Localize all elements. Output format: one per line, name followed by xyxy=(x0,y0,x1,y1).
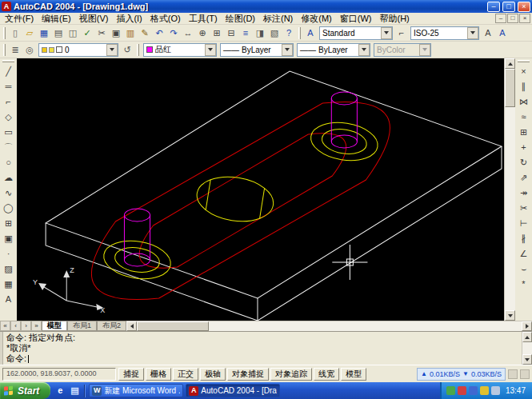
scroll-up-icon[interactable] xyxy=(505,58,515,69)
menu-view[interactable]: 视图(V) xyxy=(75,13,113,25)
dim-style-manager-icon[interactable]: A xyxy=(495,26,510,40)
tray-icon-2[interactable] xyxy=(458,384,466,398)
chevron-down-icon[interactable] xyxy=(358,44,370,56)
zoom-window-icon[interactable]: ⊞ xyxy=(210,26,224,40)
polygon-icon[interactable]: ◇ xyxy=(1,110,16,125)
tab-layout2[interactable]: 布局2 xyxy=(97,321,126,331)
cut-icon[interactable]: ✂ xyxy=(94,26,109,40)
mdi-close-button[interactable]: × xyxy=(519,14,530,23)
tab-nav-next-icon[interactable]: › xyxy=(21,321,31,331)
ortho-toggle[interactable]: 正交 xyxy=(173,368,198,381)
vertical-scrollbar-track[interactable] xyxy=(505,107,515,310)
rotate-icon[interactable]: ↻ xyxy=(516,155,531,170)
text-style-icon[interactable]: A xyxy=(303,26,318,40)
vertical-scrollbar-thumb[interactable] xyxy=(505,69,515,107)
spline-icon[interactable]: ∿ xyxy=(1,186,16,201)
close-button[interactable]: × xyxy=(518,2,530,12)
mirror-icon[interactable]: ⋈ xyxy=(516,94,531,110)
tray-icon-5[interactable] xyxy=(491,384,500,398)
tab-nav-last-icon[interactable]: » xyxy=(31,321,42,331)
offset-icon[interactable]: ≈ xyxy=(516,110,531,125)
lineweight-toggle[interactable]: 线宽 xyxy=(314,368,339,381)
tab-nav-prev-icon[interactable]: ‹ xyxy=(10,321,21,331)
arc-icon[interactable]: ⌒ xyxy=(1,140,16,155)
mtext-icon[interactable]: A xyxy=(1,292,16,307)
toolbar-grip[interactable] xyxy=(137,44,139,56)
array-icon[interactable]: ⊞ xyxy=(516,125,531,140)
quicklaunch-ie-icon[interactable]: e xyxy=(54,385,66,397)
toolbar-grip[interactable] xyxy=(298,27,301,39)
lineweight-dropdown[interactable]: —— ByLayer xyxy=(297,43,370,57)
plot-preview-icon[interactable]: ◫ xyxy=(66,26,80,40)
undo-icon[interactable]: ↶ xyxy=(152,26,166,40)
dim-style-dropdown[interactable]: ISO-25 xyxy=(410,26,479,40)
circle-icon[interactable]: ○ xyxy=(1,155,16,170)
menu-tools[interactable]: 工具(T) xyxy=(185,13,222,25)
zoom-previous-icon[interactable]: ⊟ xyxy=(224,26,238,40)
grid-toggle[interactable]: 栅格 xyxy=(146,368,171,381)
toolbar-grip[interactable] xyxy=(518,60,530,62)
taskbar-task-autocad[interactable]: AAutoCAD 2004 - [Dra... xyxy=(186,384,280,397)
construction-line-icon[interactable]: ═ xyxy=(1,79,16,94)
mdi-restore-button[interactable]: □ xyxy=(507,14,518,23)
minimize-button[interactable]: – xyxy=(487,2,500,12)
scroll-up-icon[interactable] xyxy=(522,332,532,342)
scroll-right-icon[interactable] xyxy=(522,321,532,331)
chevron-down-icon[interactable] xyxy=(282,44,293,56)
chevron-down-icon[interactable] xyxy=(205,44,216,56)
status-tray-icon[interactable] xyxy=(520,369,530,379)
tab-nav-first-icon[interactable]: « xyxy=(0,321,10,331)
menu-edit[interactable]: 编辑(E) xyxy=(38,13,75,25)
scroll-left-icon[interactable] xyxy=(126,321,137,331)
move-icon[interactable]: + xyxy=(516,140,531,155)
chevron-down-icon[interactable] xyxy=(106,44,118,56)
dim-style-icon[interactable]: ⌐ xyxy=(394,26,409,40)
tab-layout1[interactable]: 布局1 xyxy=(67,321,97,331)
properties-icon[interactable]: ≡ xyxy=(238,26,253,40)
tray-icon-1[interactable] xyxy=(446,384,455,398)
point-icon[interactable]: · xyxy=(1,246,16,261)
scroll-down-icon[interactable] xyxy=(505,310,515,321)
menu-modify[interactable]: 修改(M) xyxy=(297,13,336,25)
start-button[interactable]: Start xyxy=(0,382,50,399)
menu-file[interactable]: 文件(F) xyxy=(1,13,38,25)
menu-insert[interactable]: 插入(I) xyxy=(112,13,146,25)
toolbar-grip[interactable] xyxy=(3,44,6,56)
taskbar-task-word[interactable]: W新建 Microsoft Word ... xyxy=(89,384,183,397)
extend-icon[interactable]: ⊢ xyxy=(516,216,531,231)
mdi-minimize-button[interactable]: – xyxy=(495,14,506,23)
color-dropdown[interactable]: 品红 xyxy=(143,43,217,57)
make-block-icon[interactable]: ▣ xyxy=(1,231,16,246)
scale-icon[interactable]: ⇗ xyxy=(516,170,531,186)
quicklaunch-desktop-icon[interactable]: ▤ xyxy=(68,385,81,397)
vertical-scrollbar[interactable] xyxy=(504,58,515,321)
menu-dimension[interactable]: 标注(N) xyxy=(259,13,297,25)
status-tray-icon[interactable] xyxy=(508,369,518,379)
osnap-toggle[interactable]: 对象捕捉 xyxy=(227,368,269,381)
text-style-dropdown[interactable]: Standard xyxy=(319,26,393,40)
hatch-icon[interactable]: ▨ xyxy=(1,261,16,277)
revision-cloud-icon[interactable]: ☁ xyxy=(1,170,16,186)
toolbar-grip[interactable] xyxy=(2,60,14,62)
stretch-icon[interactable]: ↠ xyxy=(516,186,531,201)
horizontal-scrollbar-track[interactable] xyxy=(209,321,522,331)
new-icon[interactable]: ▯ xyxy=(8,26,22,40)
designcenter-icon[interactable]: ◨ xyxy=(253,26,267,40)
horizontal-scrollbar-thumb[interactable] xyxy=(137,321,209,331)
spelling-icon[interactable]: ✓ xyxy=(80,26,94,40)
menu-help[interactable]: 帮助(H) xyxy=(376,13,414,25)
match-properties-icon[interactable]: ✎ xyxy=(138,26,152,40)
polyline-icon[interactable]: ⌐ xyxy=(1,94,16,110)
menu-format[interactable]: 格式(O) xyxy=(146,13,185,25)
pan-icon[interactable]: ↔ xyxy=(181,26,195,40)
make-layer-current-icon[interactable]: ◎ xyxy=(22,43,37,57)
break-icon[interactable]: ∦ xyxy=(516,231,531,246)
save-icon[interactable]: ▦ xyxy=(37,26,51,40)
command-prompt-line[interactable]: 命令: xyxy=(6,353,518,364)
tray-icon-3[interactable] xyxy=(469,384,478,398)
region-icon[interactable]: ▦ xyxy=(1,277,16,292)
paste-icon[interactable]: ▥ xyxy=(123,26,138,40)
menu-window[interactable]: 窗口(W) xyxy=(336,13,376,25)
polar-toggle[interactable]: 极轴 xyxy=(200,368,226,381)
linetype-dropdown[interactable]: —— ByLayer xyxy=(220,43,294,57)
